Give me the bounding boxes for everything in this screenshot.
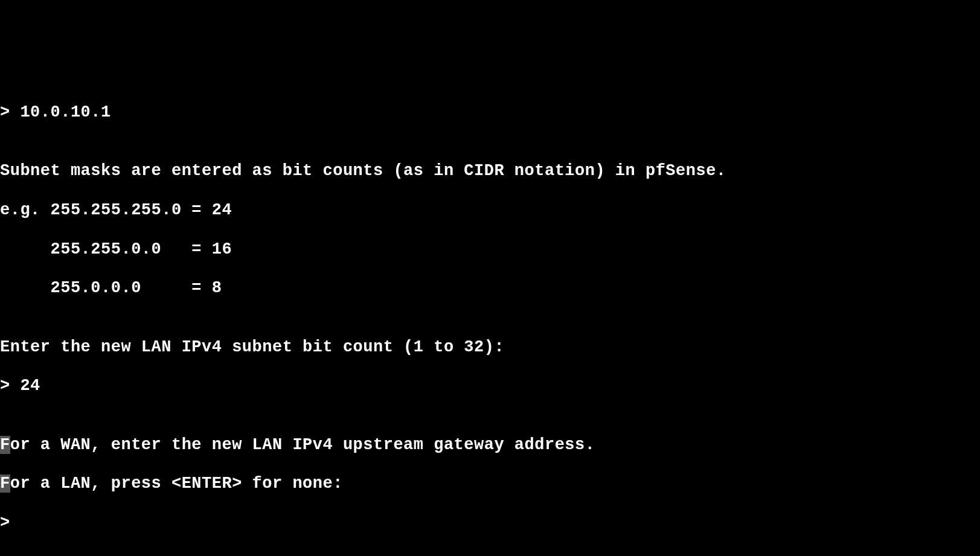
subnet-example-24: e.g. 255.255.255.0 = 24 bbox=[0, 200, 980, 220]
subnet-bit-input: > 24 bbox=[0, 376, 980, 395]
subnet-bit-prompt: Enter the new LAN IPv4 subnet bit count … bbox=[0, 337, 980, 357]
gateway-input: > bbox=[0, 513, 980, 532]
subnet-example-8: 255.0.0.0 = 8 bbox=[0, 278, 980, 298]
wan-gateway-rest: or a WAN, enter the new LAN IPv4 upstrea… bbox=[10, 436, 595, 454]
prompt-ip-input: > 10.0.10.1 bbox=[0, 103, 980, 122]
selected-char: F bbox=[0, 475, 10, 493]
lan-gateway-rest: or a LAN, press <ENTER> for none: bbox=[10, 475, 343, 493]
terminal-console[interactable]: > 10.0.10.1 Subnet masks are entered as … bbox=[0, 83, 980, 556]
subnet-example-16: 255.255.0.0 = 16 bbox=[0, 240, 980, 259]
wan-gateway-prompt: For a WAN, enter the new LAN IPv4 upstre… bbox=[0, 435, 980, 455]
subnet-mask-info: Subnet masks are entered as bit counts (… bbox=[0, 161, 980, 181]
lan-gateway-prompt: For a LAN, press <ENTER> for none: bbox=[0, 474, 980, 493]
selected-char: F bbox=[0, 436, 10, 454]
